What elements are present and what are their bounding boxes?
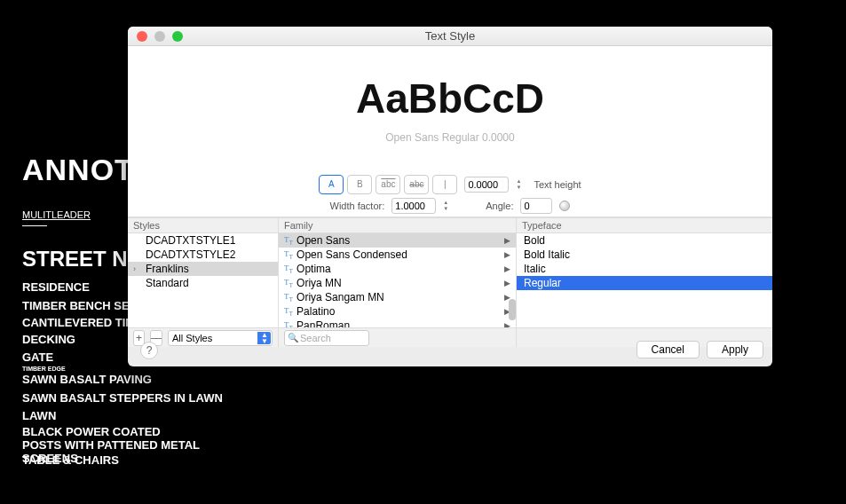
- cancel-button[interactable]: Cancel: [636, 341, 700, 358]
- family-list[interactable]: TTOpen Sans▶ TTOpen Sans Condensed▶ TTOp…: [279, 233, 516, 327]
- list-item: SAWN BASALT PAVING: [22, 373, 152, 386]
- truetype-icon: TT: [284, 249, 293, 261]
- orientation-icon: |: [444, 179, 447, 189]
- typeface-panel: Typeface Bold Bold Italic Italic Regular: [517, 218, 772, 347]
- style-row[interactable]: Standard: [128, 276, 278, 290]
- family-row[interactable]: TTPalatino▶: [279, 304, 516, 319]
- width-factor-input[interactable]: [391, 198, 436, 214]
- preview-text: AaBbCcD: [356, 75, 544, 122]
- backwards-button[interactable]: abc: [404, 175, 429, 194]
- vertical-button[interactable]: B: [347, 175, 372, 194]
- family-header: Family: [279, 218, 516, 233]
- family-row-selected[interactable]: TTOpen Sans▶: [279, 233, 516, 248]
- list-item: TIMBER EDGE: [22, 366, 66, 372]
- family-panel: Family TTOpen Sans▶ TTOpen Sans Condense…: [279, 218, 517, 347]
- apply-button[interactable]: Apply: [707, 341, 763, 358]
- style-row-selected[interactable]: ›Franklins: [128, 262, 278, 276]
- bg-heading-street: STREET N: [22, 247, 128, 272]
- list-item: LAWN: [22, 409, 56, 422]
- typeface-row[interactable]: Italic: [517, 262, 772, 276]
- truetype-icon: TT: [284, 306, 293, 318]
- scrollbar-thumb[interactable]: [509, 299, 516, 320]
- window-title: Text Style: [128, 29, 772, 43]
- text-height-stepper[interactable]: ▲▼: [516, 177, 526, 193]
- bg-link-multileader: MULITLEADER: [22, 209, 91, 220]
- list-item: DECKING: [22, 333, 75, 346]
- truetype-icon: TT: [284, 264, 293, 275]
- angle-dial[interactable]: [559, 201, 570, 211]
- angle-label: Angle:: [486, 201, 513, 211]
- text-height-label: Text height: [534, 179, 581, 190]
- titlebar[interactable]: Text Style: [128, 27, 772, 46]
- annotative-icon: A: [328, 179, 335, 189]
- typeface-row[interactable]: Bold Italic: [517, 248, 772, 262]
- list-item: GATE: [22, 350, 53, 364]
- family-row[interactable]: TTOpen Sans Condensed▶: [279, 248, 516, 262]
- submenu-arrow-icon: ▶: [504, 250, 510, 259]
- angle-input[interactable]: [520, 198, 552, 214]
- styles-panel: Styles DCADTXTSTYLE1 DCADTXTSTYLE2 ›Fran…: [128, 218, 279, 347]
- truetype-icon: TT: [284, 292, 293, 303]
- list-item: TIMBER BENCH SEAT: [22, 299, 144, 312]
- submenu-arrow-icon: ▶: [504, 236, 510, 245]
- family-row[interactable]: TTOriya Sangam MN▶: [279, 290, 516, 304]
- help-button[interactable]: ?: [140, 342, 158, 359]
- family-row[interactable]: TTOriya MN▶: [279, 276, 516, 290]
- width-factor-label: Width factor:: [330, 201, 385, 211]
- annotative-button[interactable]: A: [319, 175, 344, 194]
- style-row[interactable]: DCADTXTSTYLE2: [128, 248, 278, 262]
- styles-list[interactable]: DCADTXTSTYLE1 DCADTXTSTYLE2 ›Franklins S…: [128, 233, 278, 327]
- list-item: SAWN BASALT STEPPERS IN LAWN: [22, 391, 223, 405]
- text-style-window: Text Style AaBbCcD Open Sans Regular 0.0…: [128, 27, 772, 366]
- styles-header: Styles: [128, 218, 278, 233]
- list-item: CANTILEVERED TIMB: [22, 316, 144, 329]
- upside-down-icon: abc: [381, 179, 395, 189]
- truetype-icon: TT: [284, 320, 293, 327]
- upside-down-button[interactable]: abc: [376, 175, 400, 194]
- typeface-row-selected[interactable]: Regular: [517, 276, 772, 290]
- match-orientation-button[interactable]: |: [432, 175, 457, 194]
- width-factor-stepper[interactable]: ▲▼: [443, 198, 454, 214]
- typeface-row[interactable]: Bold: [517, 233, 772, 248]
- submenu-arrow-icon: ▶: [504, 264, 510, 273]
- list-item: TABLE & CHAIRS: [22, 453, 119, 467]
- typeface-header: Typeface: [517, 218, 772, 233]
- preview-area: AaBbCcD Open Sans Regular 0.0000: [128, 46, 772, 171]
- bg-divider: [22, 220, 47, 226]
- preview-subtitle: Open Sans Regular 0.0000: [385, 131, 514, 144]
- truetype-icon: TT: [284, 235, 293, 247]
- list-item: RESIDENCE: [22, 280, 90, 294]
- toolbar: A B abc abc | ▲▼ Text height Width facto…: [128, 171, 772, 217]
- typeface-list[interactable]: Bold Bold Italic Italic Regular: [517, 233, 772, 327]
- submenu-arrow-icon: ▶: [504, 279, 510, 287]
- backwards-icon: abc: [409, 179, 423, 189]
- chevron-right-icon: ›: [133, 264, 136, 273]
- family-row[interactable]: TTOptima▶: [279, 262, 516, 276]
- style-row[interactable]: DCADTXTSTYLE1: [128, 233, 278, 248]
- family-row[interactable]: TTPanRoman▶: [279, 319, 516, 327]
- submenu-arrow-icon: ▶: [504, 321, 510, 327]
- vertical-icon: B: [357, 179, 363, 189]
- text-height-input[interactable]: [464, 177, 509, 193]
- truetype-icon: TT: [284, 278, 293, 289]
